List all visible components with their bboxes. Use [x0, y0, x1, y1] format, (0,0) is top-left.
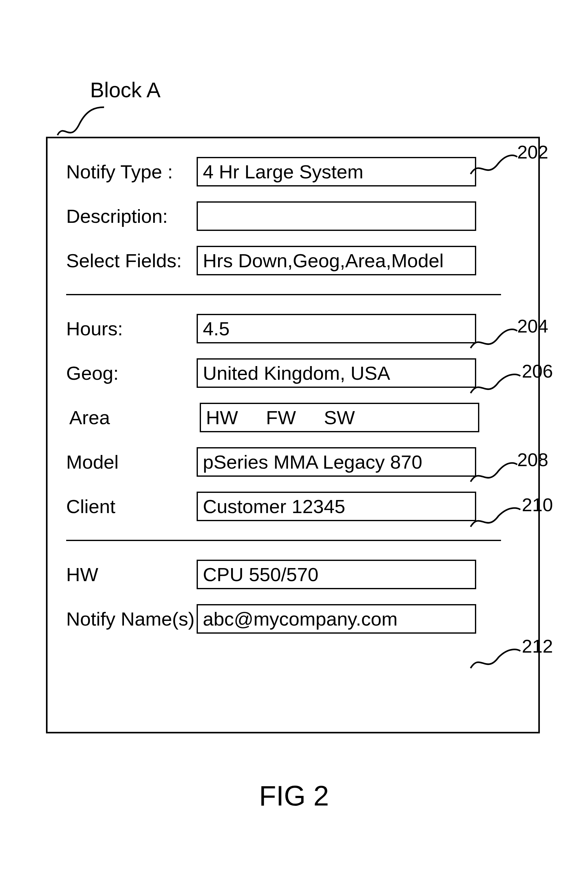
field-geog[interactable]: United Kingdom, USA — [196, 358, 476, 388]
block-a-pointer — [56, 106, 106, 140]
area-option-fw: FW — [266, 406, 296, 428]
row-hw: HW CPU 550/570 — [66, 560, 513, 589]
ref-204: 204 — [517, 316, 548, 337]
separator-2 — [66, 540, 501, 541]
row-description: Description: — [66, 201, 513, 231]
field-client[interactable]: Customer 12345 — [196, 492, 476, 521]
area-option-hw: HW — [206, 406, 238, 428]
label-hw: HW — [66, 564, 196, 585]
area-option-sw: SW — [324, 406, 355, 428]
callout-line-212 — [469, 649, 522, 671]
row-hours: Hours: 4.5 — [66, 314, 513, 343]
row-notify-names: Notify Name(s) abc@mycompany.com — [66, 604, 513, 634]
ref-206: 206 — [522, 361, 553, 382]
callout-line-202 — [469, 155, 519, 177]
figure-caption: FIG 2 — [0, 780, 588, 812]
label-notify-type: Notify Type : — [66, 161, 196, 183]
callout-line-204 — [469, 329, 519, 351]
label-description: Description: — [66, 205, 196, 227]
label-select-fields: Select Fields: — [66, 250, 196, 272]
row-notify-type: Notify Type : 4 Hr Large System — [66, 157, 513, 186]
label-client: Client — [66, 495, 196, 517]
block-a-label: Block A — [90, 78, 160, 102]
callout-line-206 — [469, 374, 522, 396]
label-model: Model — [66, 451, 196, 473]
row-model: Model pSeries MMA Legacy 870 — [66, 447, 513, 477]
block-a-container: Notify Type : 4 Hr Large System Descript… — [46, 137, 540, 734]
label-hours: Hours: — [66, 317, 196, 340]
field-description[interactable] — [196, 201, 476, 231]
field-model[interactable]: pSeries MMA Legacy 870 — [196, 447, 476, 477]
callout-line-208 — [469, 463, 519, 485]
field-hw[interactable]: CPU 550/570 — [196, 560, 476, 589]
field-select-fields[interactable]: Hrs Down,Geog,Area,Model — [196, 246, 476, 275]
field-notify-type[interactable]: 4 Hr Large System — [196, 157, 476, 186]
ref-208: 208 — [517, 449, 548, 471]
callout-line-210 — [469, 508, 522, 530]
separator-1 — [66, 294, 501, 295]
field-notify-names[interactable]: abc@mycompany.com — [196, 604, 476, 634]
row-geog: Geog: United Kingdom, USA — [66, 358, 513, 388]
label-area: Area — [66, 406, 200, 428]
field-hours[interactable]: 4.5 — [196, 314, 476, 343]
label-notify-names: Notify Name(s) — [66, 608, 196, 630]
field-area[interactable]: HW FW SW — [200, 403, 479, 432]
ref-212: 212 — [522, 636, 553, 657]
row-select-fields: Select Fields: Hrs Down,Geog,Area,Model — [66, 246, 513, 275]
row-client: Client Customer 12345 — [66, 492, 513, 521]
ref-202: 202 — [517, 141, 548, 163]
label-geog: Geog: — [66, 362, 196, 384]
ref-210: 210 — [522, 494, 553, 516]
row-area: Area HW FW SW — [66, 403, 513, 432]
